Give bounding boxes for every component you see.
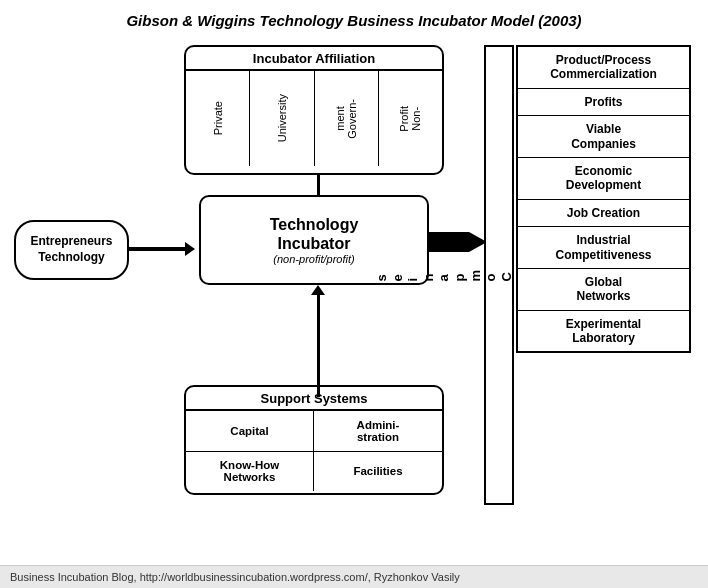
footer-text: Business Incubation Blog, http://worldbu… xyxy=(10,571,460,583)
affiliation-col-university: University xyxy=(250,71,314,166)
affiliation-col-nonprofit: Non-Profit xyxy=(379,71,442,166)
support-up-arrow xyxy=(311,285,325,397)
outcome-jobs: Job Creation xyxy=(518,200,689,227)
support-grid: Capital Admini-stration Know-HowNetworks… xyxy=(186,411,442,491)
outcome-industrial: IndustrialCompetitiveness xyxy=(518,227,689,269)
outcome-economic: EconomicDevelopment xyxy=(518,158,689,200)
support-box: Support Systems Capital Admini-stration … xyxy=(184,385,444,495)
outcome-viable: ViableCompanies xyxy=(518,116,689,158)
support-cell-facilities: Facilities xyxy=(314,452,442,492)
entrepreneurs-box: EntrepreneursTechnology xyxy=(14,220,129,280)
support-cell-admin: Admini-stration xyxy=(314,411,442,452)
outcome-global: GlobalNetworks xyxy=(518,269,689,311)
outcomes-table: Product/ProcessCommercialization Profits… xyxy=(516,45,691,353)
affiliation-col-government: Govern-ment xyxy=(315,71,379,166)
affiliation-cols: Private University Govern-ment Non-Profi… xyxy=(186,71,442,166)
entrepreneurs-arrow xyxy=(129,242,201,256)
affiliation-box: Incubator Affiliation Private University… xyxy=(184,45,444,175)
incubator-right-arrow xyxy=(429,232,487,252)
affiliation-col-private: Private xyxy=(186,71,250,166)
tenant-companies-column: Tenant Companies xyxy=(484,45,514,505)
page-title: Gibson & Wiggins Technology Business Inc… xyxy=(126,12,581,29)
entrepreneurs-label: EntrepreneursTechnology xyxy=(30,234,112,265)
incubator-subtitle: (non-profit/profit) xyxy=(273,253,354,265)
support-cell-knowhow: Know-HowNetworks xyxy=(186,452,314,492)
diagram-inner: EntrepreneursTechnology Incubator Affili… xyxy=(14,45,694,535)
outcome-commercialization: Product/ProcessCommercialization xyxy=(518,47,689,89)
incubator-title: TechnologyIncubator xyxy=(270,215,359,253)
title-bar: Gibson & Wiggins Technology Business Inc… xyxy=(0,0,708,37)
outcome-experimental: ExperimentalLaboratory xyxy=(518,311,689,352)
diagram-area: EntrepreneursTechnology Incubator Affili… xyxy=(0,37,708,565)
affiliation-title: Incubator Affiliation xyxy=(186,47,442,71)
main-container: Gibson & Wiggins Technology Business Inc… xyxy=(0,0,708,588)
outcome-profits: Profits xyxy=(518,89,689,116)
footer-bar: Business Incubation Blog, http://worldbu… xyxy=(0,565,708,588)
support-cell-capital: Capital xyxy=(186,411,314,452)
